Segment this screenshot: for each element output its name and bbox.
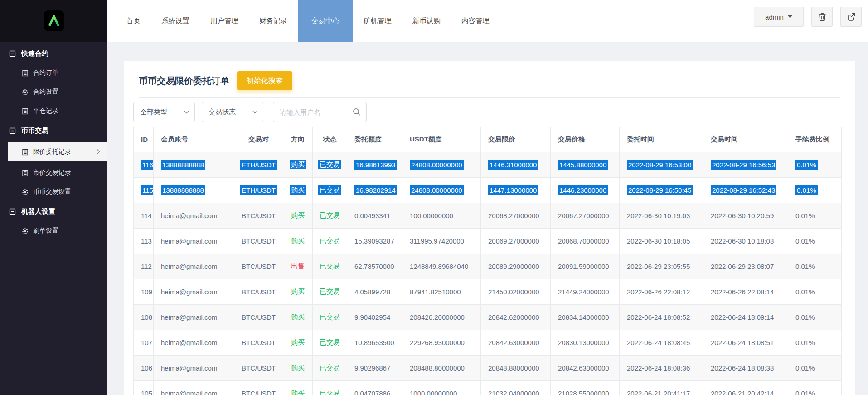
cell-id: 116 (134, 152, 154, 178)
sidebar-item-contract-settings[interactable]: 合约设置 (0, 83, 107, 102)
init-search-button[interactable]: 初始化搜索 (237, 71, 292, 90)
table-row[interactable]: 109heima@gmail.comBTC/USDT购买已交易4.0589972… (134, 279, 842, 305)
table-row[interactable]: 112heima@gmail.comBTC/USDT出售已交易62.785700… (134, 254, 842, 279)
username-search (273, 102, 367, 122)
username-search-input[interactable] (280, 108, 353, 116)
nav-tab-miner-management[interactable]: 矿机管理 (353, 0, 402, 42)
nav-tabs: 首页系统设置用户管理财务记录交易中心矿机管理新币认购内容管理 (116, 0, 500, 42)
cell-trade_price: 21449.24000000 (551, 279, 620, 305)
sidebar-item-brush-order-settings[interactable]: 刷单设置 (0, 221, 107, 240)
cell-pair: BTC/USDT (234, 381, 283, 395)
nav-tab-home[interactable]: 首页 (116, 0, 151, 42)
cell-trade_time: 2022-06-24 18:08:38 (703, 356, 788, 381)
table-row[interactable]: 113heima@gmail.comBTC/USDT购买已交易15.390932… (134, 229, 842, 254)
table-row[interactable]: 11513888888888ETH/USDT购买已交易16.9820291424… (134, 178, 842, 203)
cell-pair: BTC/USDT (234, 330, 283, 356)
cell-limit_price: 21032.04000000 (481, 381, 551, 395)
admin-label: admin (765, 13, 784, 21)
sidebar-item-close-position-records[interactable]: 平仓记录 (0, 102, 107, 121)
nav-tab-finance-records[interactable]: 财务记录 (249, 0, 298, 42)
cell-direction: 购买 (283, 178, 313, 203)
cell-order_time: 2022-06-21 20:41:17 (620, 381, 703, 395)
column-header-limit_price: 交易限价 (481, 127, 551, 152)
cell-status: 已交易 (313, 381, 347, 395)
table-row[interactable]: 114heima@gmail.comBTC/USDT购买已交易0.0049334… (134, 203, 842, 229)
table-row[interactable]: 106heima@gmail.comBTC/USDT购买已交易9.9029686… (134, 356, 842, 381)
cell-id: 106 (134, 356, 154, 381)
sidebar-section-coin-trade[interactable]: 币币交易 (0, 121, 107, 141)
cell-usdt_amount: 229268.93000000 (402, 330, 481, 356)
cell-direction: 购买 (283, 203, 313, 229)
cell-direction: 购买 (283, 229, 313, 254)
cell-status: 已交易 (313, 254, 347, 279)
orders-table: ID会员账号交易对方向状态委托额度USDT额度交易限价交易价格委托时间交易时间手… (133, 127, 842, 395)
sidebar-item-label: 刷单设置 (33, 227, 58, 235)
cell-amount: 4.05899728 (347, 279, 402, 305)
collapse-icon (9, 50, 16, 57)
column-header-trade_time: 交易时间 (703, 127, 788, 152)
cell-account: 13888888888 (154, 152, 234, 178)
cell-order_time: 2022-08-29 16:53:00 (620, 152, 703, 178)
sidebar-section-robot-settings[interactable]: 机器人设置 (0, 201, 107, 221)
logout-icon (846, 12, 856, 22)
column-header-amount: 委托额度 (347, 127, 402, 152)
column-header-id: ID (134, 127, 154, 152)
cell-trade_price: 20830.13000000 (551, 330, 620, 356)
nav-tab-system-settings[interactable]: 系统设置 (151, 0, 200, 42)
sidebar-item-coin-trade-settings[interactable]: 币币交易设置 (0, 182, 107, 201)
sidebar-item-label: 合约订单 (33, 69, 58, 77)
cell-usdt_amount: 24808.00000000 (402, 178, 481, 203)
cell-order_time: 2022-06-24 18:08:36 (620, 356, 703, 381)
cell-account: heima@gmail.com (154, 381, 234, 395)
cell-account: heima@gmail.com (154, 330, 234, 356)
cell-limit_price: 1446.31000000 (481, 152, 551, 178)
sidebar-section-quick-contract[interactable]: 快速合约 (0, 44, 107, 63)
logo-a-icon (47, 14, 61, 28)
app-logo[interactable] (44, 10, 64, 31)
cell-limit_price: 20089.29000000 (481, 254, 551, 279)
gear-icon (22, 189, 29, 195)
type-select[interactable]: 全部类型 (133, 102, 195, 122)
sidebar-item-limit-order-records[interactable]: 限价委托记录 (8, 142, 107, 161)
collapse-icon (9, 127, 16, 134)
admin-menu-button[interactable]: admin (754, 7, 804, 27)
cell-order_time: 2022-06-24 18:08:52 (620, 305, 703, 330)
table-row[interactable]: 11613888888888ETH/USDT购买已交易16.9861399324… (134, 152, 842, 178)
search-icon[interactable] (353, 108, 361, 116)
table-row[interactable]: 105heima@gmail.comBTC/USDT购买已交易0.0470788… (134, 381, 842, 395)
nav-tab-user-management[interactable]: 用户管理 (200, 0, 249, 42)
status-select[interactable]: 交易状态 (202, 102, 263, 122)
cell-order_time: 2022-06-30 10:18:05 (620, 229, 703, 254)
sidebar-item-label: 合约设置 (33, 88, 58, 96)
cell-fee_rate: 0.01% (788, 305, 842, 330)
logout-button[interactable] (840, 7, 862, 27)
cell-usdt_amount: 208488.80000000 (402, 356, 481, 381)
caret-down-icon (788, 15, 792, 18)
cell-account: heima@gmail.com (154, 356, 234, 381)
sidebar-item-contract-orders[interactable]: 合约订单 (0, 63, 107, 83)
cell-usdt_amount: 208426.20000000 (402, 305, 481, 330)
column-header-account: 会员账号 (154, 127, 234, 152)
table-row[interactable]: 107heima@gmail.comBTC/USDT购买已交易10.896535… (134, 330, 842, 356)
cell-order_time: 2022-06-26 22:08:12 (620, 279, 703, 305)
nav-tab-content-management[interactable]: 内容管理 (451, 0, 500, 42)
cell-trade_time: 2022-08-29 16:56:53 (703, 152, 788, 178)
logo-area (0, 0, 107, 42)
cell-trade_time: 2022-06-24 18:08:51 (703, 330, 788, 356)
table-row[interactable]: 108heima@gmail.comBTC/USDT购买已交易9.9040295… (134, 305, 842, 330)
cell-trade_time: 2022-06-21 20:42:14 (703, 381, 788, 395)
sidebar-item-market-trade-records[interactable]: 市价交易记录 (0, 163, 107, 182)
nav-tab-trade-center[interactable]: 交易中心 (298, 0, 353, 42)
clear-cache-button[interactable] (811, 7, 833, 27)
cell-account: 13888888888 (154, 178, 234, 203)
cell-pair: ETH/USDT (234, 152, 283, 178)
navbar-right: admin (754, 7, 862, 27)
nav-tab-new-coin-subscription[interactable]: 新币认购 (402, 0, 451, 42)
sidebar-item-label: 市价交易记录 (33, 169, 71, 177)
cell-limit_price: 20068.27000000 (481, 203, 551, 229)
cell-pair: BTC/USDT (234, 305, 283, 330)
cell-trade_time: 2022-06-26 22:08:14 (703, 279, 788, 305)
cell-status: 已交易 (313, 305, 347, 330)
cell-trade_time: 2022-08-29 16:52:43 (703, 178, 788, 203)
cell-amount: 0.00493341 (347, 203, 402, 229)
